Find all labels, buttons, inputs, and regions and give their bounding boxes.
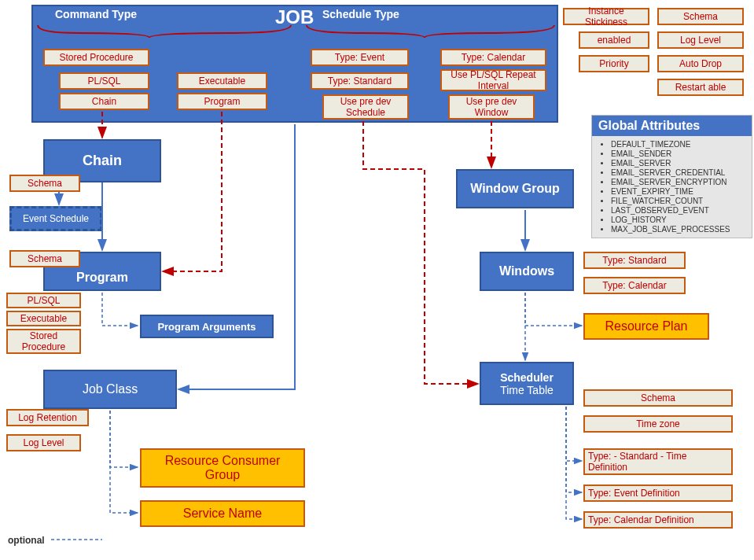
- scheduler-box: Scheduler Time Table: [480, 362, 574, 405]
- scheduler-timezone: Time zone: [583, 415, 733, 433]
- chain-schema: Schema: [9, 175, 80, 192]
- program-executable: Executable: [6, 311, 81, 326]
- global-attributes-list: DEFAULT_TIMEZONE EMAIL_SENDER EMAIL_SERV…: [592, 136, 752, 238]
- chain: Chain: [59, 93, 149, 110]
- program-stored-procedure: Stored Procedure: [6, 329, 81, 354]
- event-schedule-box: Event Schedule: [9, 206, 102, 231]
- resource-consumer-group: Resource Consumer Group: [140, 448, 305, 488]
- scheduler-title1: Scheduler: [500, 371, 554, 384]
- program-schema: Schema: [9, 250, 80, 267]
- priority: Priority: [579, 55, 649, 72]
- instance-stickiness: Instance Stickiness: [563, 8, 649, 25]
- schedule-type-label: Schedule Type: [322, 8, 399, 20]
- resource-plan: Resource Plan: [583, 313, 709, 340]
- job-title: JOB: [275, 6, 314, 28]
- scheduler-type-calendar: Type: Calendar Definition: [583, 511, 733, 529]
- use-pre-dev-schedule: Use pre dev Schedule: [322, 94, 409, 120]
- type-event: Type: Event: [311, 49, 409, 66]
- scheduler-type-std-time: Type: - Standard - Time Definition: [583, 448, 733, 475]
- log-level-jc: Log Level: [6, 434, 81, 451]
- global-attr-item: LOG_HISTORY: [611, 216, 745, 224]
- enabled: enabled: [579, 31, 649, 49]
- program-plsql: PL/SQL: [6, 293, 81, 308]
- global-attr-item: EMAIL_SERVER_CREDENTIAL: [611, 168, 745, 177]
- log-level: Log Level: [657, 31, 744, 49]
- stored-procedure: Stored Procedure: [43, 49, 149, 66]
- global-attributes-title: Global Attributes: [592, 116, 752, 136]
- use-plsql-repeat: Use PL/SQL Repeat Interval: [440, 69, 546, 91]
- scheduler-schema: Schema: [583, 389, 733, 407]
- executable: Executable: [177, 72, 267, 90]
- program-arguments-box: Program Arguments: [140, 315, 274, 338]
- type-standard: Type: Standard: [311, 72, 409, 90]
- service-name: Service Name: [140, 500, 305, 527]
- global-attributes-box: Global Attributes DEFAULT_TIMEZONE EMAIL…: [591, 115, 752, 238]
- window-group-box: Window Group: [456, 169, 574, 208]
- global-attr-item: EVENT_EXPIRY_TIME: [611, 187, 745, 196]
- windows-type-standard: Type: Standard: [583, 252, 686, 269]
- windows-type-calendar: Type: Calendar: [583, 277, 686, 294]
- use-pre-dev-window: Use pre dev Window: [448, 94, 535, 120]
- type-calendar: Type: Calendar: [440, 49, 546, 66]
- log-retention: Log Retention: [6, 409, 89, 426]
- global-attr-item: FILE_WATCHER_COUNT: [611, 197, 745, 205]
- legend-optional-label: optional: [8, 535, 45, 546]
- program: Program: [177, 93, 267, 110]
- scheduler-type-event: Type: Event Definition: [583, 484, 733, 502]
- schema: Schema: [657, 8, 744, 25]
- global-attr-item: LAST_OBSERVED_EVENT: [611, 206, 745, 215]
- plsql: PL/SQL: [59, 72, 149, 90]
- command-type-label: Command Type: [55, 8, 137, 20]
- global-attr-item: EMAIL_SERVER_ENCRYPTION: [611, 178, 745, 186]
- scheduler-title2: Time Table: [500, 384, 554, 396]
- global-attr-item: EMAIL_SERVER: [611, 159, 745, 168]
- global-attr-item: EMAIL_SENDER: [611, 149, 745, 158]
- global-attr-item: DEFAULT_TIMEZONE: [611, 140, 745, 149]
- job-class-box: Job Class: [43, 370, 177, 409]
- global-attr-item: MAX_JOB_SLAVE_PROCESSES: [611, 225, 745, 234]
- restartable: Restart able: [657, 79, 744, 96]
- windows-box: Windows: [480, 252, 574, 291]
- auto-drop: Auto Drop: [657, 55, 744, 72]
